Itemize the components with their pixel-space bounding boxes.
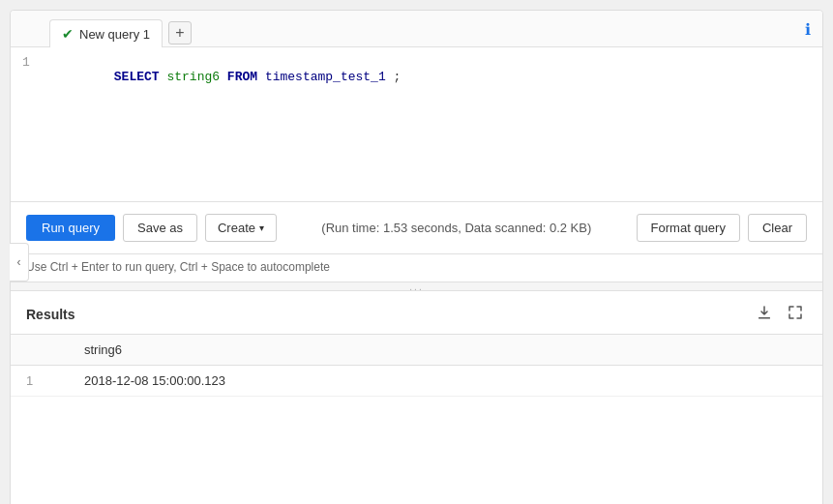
expand-icon[interactable] <box>784 303 807 326</box>
cell-string6: 2018-12-08 15:00:00.123 <box>69 366 822 397</box>
save-as-button[interactable]: Save as <box>123 214 197 242</box>
tab-check-icon: ✔ <box>62 26 74 42</box>
results-title: Results <box>26 307 75 322</box>
results-actions <box>753 303 807 326</box>
clear-button[interactable]: Clear <box>748 214 807 242</box>
table-header-row: string6 <box>11 335 822 366</box>
add-tab-button[interactable]: + <box>168 21 192 44</box>
download-icon[interactable] <box>753 303 776 326</box>
results-area: Results s <box>11 291 822 504</box>
query-code: SELECT string6 FROM timestamp_test_1 ; <box>69 55 811 99</box>
hint-text: Use Ctrl + Enter to run query, Ctrl + Sp… <box>11 254 822 282</box>
table-row: 1 2018-12-08 15:00:00.123 <box>11 366 822 397</box>
col-header-rownum <box>11 335 69 366</box>
main-container: ‹ ℹ ✔ New query 1 + 1 SELECT string6 FRO… <box>10 10 823 504</box>
create-button[interactable]: Create <box>205 214 277 242</box>
query-tab[interactable]: ✔ New query 1 <box>49 19 163 47</box>
nav-arrow[interactable]: ‹ <box>10 243 29 282</box>
resize-handle[interactable]: ... <box>11 282 822 291</box>
line-number: 1 <box>22 55 30 70</box>
format-query-button[interactable]: Format query <box>637 214 740 242</box>
tab-bar: ✔ New query 1 + <box>11 11 822 47</box>
svg-rect-0 <box>759 317 770 319</box>
toolbar: Run query Save as Create (Run time: 1.53… <box>11 202 822 254</box>
results-table: string6 1 2018-12-08 15:00:00.123 <box>11 335 822 397</box>
editor-area[interactable]: 1 SELECT string6 FROM timestamp_test_1 ; <box>11 47 822 202</box>
col-header-string6: string6 <box>69 335 822 366</box>
run-query-button[interactable]: Run query <box>26 215 115 241</box>
results-header: Results <box>11 291 822 335</box>
cell-rownum: 1 <box>11 366 69 397</box>
tab-label: New query 1 <box>79 27 150 42</box>
run-info: (Run time: 1.53 seconds, Data scanned: 0… <box>284 221 629 235</box>
info-icon[interactable]: ℹ <box>805 20 811 39</box>
